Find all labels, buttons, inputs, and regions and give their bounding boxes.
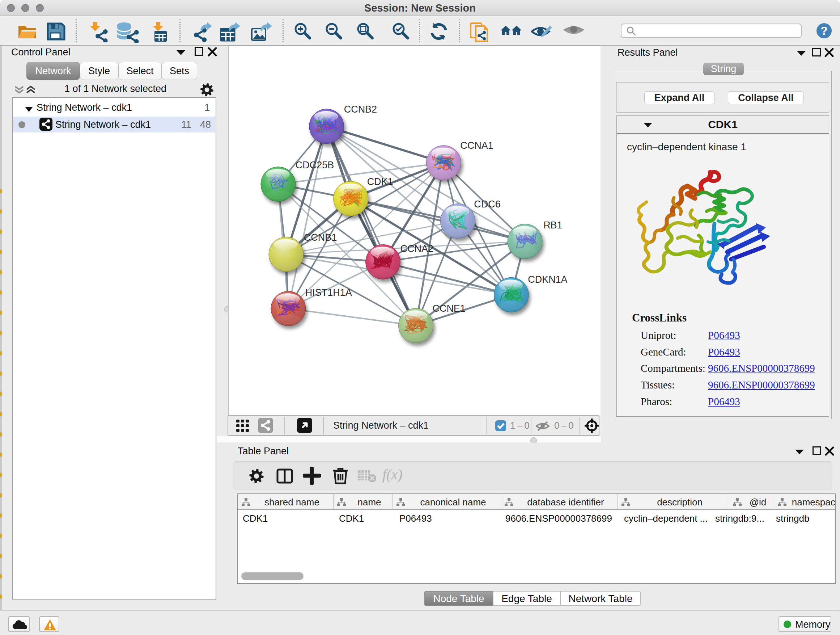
svg-text:CCNB2: CCNB2	[344, 104, 377, 115]
svg-text:CDC6: CDC6	[474, 199, 500, 210]
svg-text:CDC25B: CDC25B	[295, 160, 334, 171]
svg-text:CCNA1: CCNA1	[460, 140, 493, 151]
svg-text:?: ?	[821, 24, 828, 37]
svg-text:CDK1: CDK1	[367, 176, 393, 187]
svg-text:RB1: RB1	[543, 220, 562, 231]
svg-text:CCNA2: CCNA2	[401, 243, 433, 254]
svg-text:HIST1H1A: HIST1H1A	[305, 287, 352, 298]
svg-text:CCNB1: CCNB1	[304, 232, 337, 243]
svg-text:CCNE1: CCNE1	[432, 303, 465, 314]
svg-text:CDKN1A: CDKN1A	[528, 274, 567, 285]
